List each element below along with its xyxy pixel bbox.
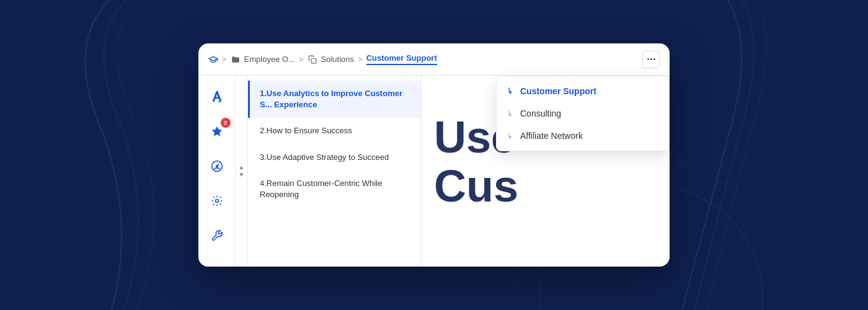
- sidebar-item-dashboard[interactable]: [206, 155, 228, 177]
- breadcrumb-sep-1: >: [222, 55, 227, 64]
- breadcrumb-bar: > Employee O... > Solutions > Customer S…: [198, 43, 670, 76]
- big-text-line2: Cus: [434, 162, 518, 211]
- sidebar: 2: [198, 76, 236, 267]
- list-item-1[interactable]: 1.Use Analytics to Improve Customer S...…: [248, 81, 421, 118]
- list-item-4-label: 4.Remain Customer-Centric While Reopenin…: [260, 179, 382, 199]
- breadcrumb-learn[interactable]: [208, 55, 218, 64]
- arrow-icon-consulting: ↳: [508, 108, 512, 118]
- arrow-icon-affiliate: ↳: [508, 131, 512, 141]
- more-dot-2: [650, 58, 652, 60]
- main-card: > Employee O... > Solutions > Customer S…: [198, 43, 670, 267]
- breadcrumb-solutions-label: Solutions: [321, 55, 354, 64]
- list-item-3[interactable]: 3.Use Adaptive Strategy to Succeed: [248, 144, 421, 170]
- breadcrumb-sep-2: >: [299, 55, 304, 64]
- breadcrumb-customer-support[interactable]: Customer Support: [366, 53, 437, 65]
- svg-point-3: [206, 86, 228, 108]
- dropdown-item-customer-support[interactable]: ↳ Customer Support: [497, 80, 669, 102]
- dropdown-label-consulting: Consulting: [520, 108, 561, 118]
- content-list: 1.Use Analytics to Improve Customer S...…: [248, 76, 422, 267]
- more-button[interactable]: [642, 51, 660, 68]
- svg-rect-2: [311, 58, 316, 63]
- sidebar-item-tools[interactable]: [206, 224, 228, 247]
- breadcrumb-sep-3: >: [358, 55, 363, 64]
- svg-point-6: [215, 200, 218, 203]
- breadcrumb-employee[interactable]: Employee O...: [231, 55, 295, 64]
- sidebar-item-settings[interactable]: [206, 190, 228, 212]
- folder-icon: [231, 55, 241, 64]
- list-item-2-label: 2.How to Ensure Success: [260, 126, 352, 135]
- app-logo[interactable]: [206, 86, 228, 108]
- dropdown-menu: ↳ Customer Support ↳ Consulting ↳ Affili…: [496, 76, 670, 151]
- dropdown-item-consulting[interactable]: ↳ Consulting: [497, 102, 669, 125]
- collapse-toggle[interactable]: ▲ ▼: [236, 76, 248, 267]
- breadcrumb-solutions[interactable]: Solutions: [308, 55, 354, 64]
- copy-icon: [308, 55, 317, 64]
- more-dot-1: [647, 58, 649, 60]
- dropdown-label-affiliate: Affiliate Network: [520, 131, 583, 141]
- collapse-up-arrow: ▲: [239, 164, 245, 170]
- collapse-down-arrow: ▼: [239, 172, 245, 178]
- list-item-1-label: 1.Use Analytics to Improve Customer S...…: [260, 89, 402, 109]
- graduation-cap-icon: [208, 55, 218, 64]
- breadcrumb-employee-label: Employee O...: [244, 55, 295, 64]
- dropdown-label-customer-support: Customer Support: [520, 86, 596, 96]
- svg-point-5: [216, 166, 218, 167]
- list-item-2[interactable]: 2.How to Ensure Success: [248, 118, 421, 144]
- list-item-3-label: 3.Use Adaptive Strategy to Succeed: [260, 153, 389, 162]
- favorites-badge: 2: [221, 118, 231, 128]
- dropdown-item-affiliate[interactable]: ↳ Affiliate Network: [497, 125, 669, 147]
- sidebar-item-favorites[interactable]: 2: [206, 120, 228, 143]
- arrow-icon-selected: ↳: [508, 86, 512, 96]
- breadcrumb-active-label: Customer Support: [366, 53, 437, 63]
- more-dot-3: [653, 58, 655, 60]
- list-item-4[interactable]: 4.Remain Customer-Centric While Reopenin…: [248, 170, 421, 208]
